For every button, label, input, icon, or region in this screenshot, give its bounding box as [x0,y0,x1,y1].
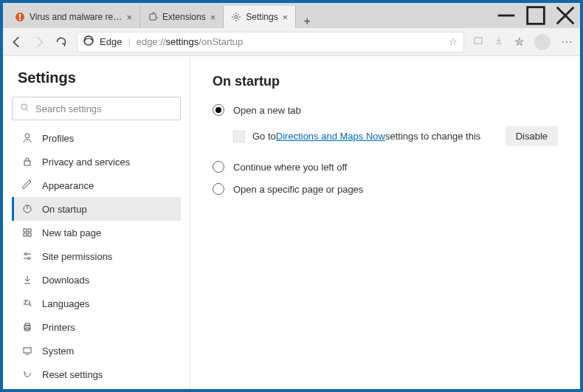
brush-icon [21,179,33,191]
sidebar-item-appearance[interactable]: Appearance [12,173,181,197]
gear-icon [231,12,241,22]
puzzle-icon [148,12,158,22]
svg-rect-16 [24,229,27,232]
sidebar-item-printers[interactable]: Printers [12,315,181,339]
sidebar-nav: Profiles Privacy and services Appearance… [12,126,181,392]
svg-rect-5 [528,7,545,24]
svg-point-12 [25,134,30,138]
main-panel: On startup Open a new tab Go to Directio… [190,56,580,389]
sliders-icon [21,250,33,262]
close-icon[interactable]: × [210,12,216,23]
new-tab-button[interactable]: + [296,15,318,28]
sidebar-item-profiles[interactable]: Profiles [12,126,181,150]
favicon-icon [15,12,25,22]
svg-rect-17 [28,229,31,232]
url-path: /onStartup [199,36,243,47]
search-icon [20,103,30,114]
sidebar-title: Settings [18,69,175,86]
radio-icon [213,183,224,195]
option-continue[interactable]: Continue where you left off [213,161,558,173]
lock-icon [21,156,33,168]
option-label: Open a new tab [233,105,301,116]
sidebar-item-downloads[interactable]: Downloads [12,268,181,292]
sidebar-item-system[interactable]: System [12,339,181,362]
reset-icon [21,368,33,380]
svg-rect-18 [24,233,27,236]
svg-rect-1 [19,14,21,18]
sidebar-item-privacy[interactable]: Privacy and services [12,150,181,173]
browser-label: Edge [100,36,122,47]
close-icon[interactable]: × [126,12,132,23]
page-heading: On startup [213,74,558,89]
url-scheme: edge:// [137,36,166,47]
maximize-button[interactable] [521,3,551,28]
sidebar-item-about[interactable]: About Microsoft Edge [12,386,181,392]
sidebar-item-onstartup[interactable]: On startup [12,197,181,221]
more-icon[interactable]: ⋯ [561,35,573,49]
svg-rect-27 [24,348,31,353]
tab-label: Extensions [162,12,206,22]
tab-virus[interactable]: Virus and malware removal instr × [7,6,140,28]
toolbar-icons: ✮ ⋯ [473,34,573,50]
content: Settings Search settings Profiles Privac… [3,56,580,389]
titlebar: Virus and malware removal instr × Extens… [3,3,580,28]
minimize-button[interactable] [491,3,521,28]
svg-point-22 [25,253,27,255]
system-icon [21,345,33,357]
window-controls [491,3,580,28]
radio-icon [213,161,224,173]
tab-extensions[interactable]: Extensions × [140,6,224,28]
radio-icon [213,104,224,116]
search-placeholder: Search settings [35,103,102,114]
svg-point-10 [21,104,27,109]
profile-icon [21,132,33,144]
omnibox[interactable]: Edge | edge://settings/onStartup ☆ [77,32,464,52]
sidebar-item-newtab[interactable]: New tab page [12,221,181,244]
option-label: Open a specific page or pages [233,184,363,195]
close-window-button[interactable] [551,3,580,28]
settings-sidebar: Settings Search settings Profiles Privac… [3,56,190,389]
close-icon[interactable]: × [283,12,289,23]
address-bar: Edge | edge://settings/onStartup ☆ ✮ ⋯ [3,28,580,56]
favorites-icon[interactable]: ✮ [514,35,524,49]
svg-line-11 [26,109,28,111]
refresh-button[interactable] [55,35,68,49]
tab-settings[interactable]: Settings × [224,6,296,28]
svg-rect-2 [19,18,21,20]
printer-icon [21,321,33,333]
forward-button[interactable] [32,35,46,49]
svg-point-8 [84,36,93,45]
reading-icon[interactable] [473,35,483,49]
tab-label: Virus and malware removal instr [30,12,122,22]
search-input[interactable]: Search settings [12,97,181,120]
language-icon [21,298,33,309]
extension-icon [233,131,245,142]
downloads-icon[interactable] [494,35,504,49]
download-icon [21,274,33,286]
extension-override-row: Go to Directions and Maps Now settings t… [233,126,558,146]
back-button[interactable] [10,35,24,49]
tab-strip: Virus and malware removal instr × Extens… [3,3,491,28]
svg-rect-9 [475,38,482,44]
svg-rect-19 [28,233,31,236]
svg-rect-13 [24,161,30,165]
svg-point-3 [235,16,238,18]
svg-point-23 [28,258,30,260]
option-specific[interactable]: Open a specific page or pages [213,183,558,195]
sidebar-item-reset[interactable]: Reset settings [12,362,181,386]
option-label: Continue where you left off [233,162,347,173]
ext-text-prefix: Go to [252,131,276,142]
disable-button[interactable]: Disable [506,126,558,146]
edge-logo-icon [83,35,94,48]
power-icon [21,203,33,215]
ext-text-suffix: settings to change this [385,131,480,142]
sidebar-item-languages[interactable]: Languages [12,292,181,315]
extension-link[interactable]: Directions and Maps Now [276,131,385,142]
profile-avatar[interactable] [534,34,551,50]
favorite-icon[interactable]: ☆ [449,36,458,47]
grid-icon [21,227,33,238]
svg-rect-25 [25,323,30,326]
sidebar-item-permissions[interactable]: Site permissions [12,244,181,268]
url-host: settings [166,36,199,47]
option-open-new-tab[interactable]: Open a new tab [213,104,558,116]
